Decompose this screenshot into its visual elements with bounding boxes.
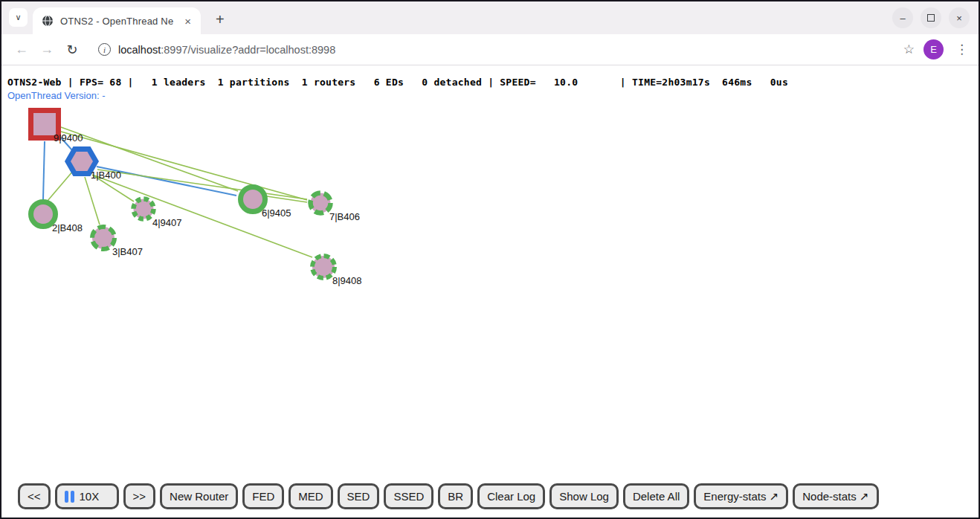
delete-all-button[interactable]: Delete All	[623, 483, 689, 509]
br-button[interactable]: BR	[438, 483, 473, 509]
node-child[interactable]	[92, 227, 115, 249]
simulator-toolbar: <<10X>>New RouterFEDMEDSEDSSEDBRClear Lo…	[18, 483, 879, 509]
button-label: BR	[448, 490, 463, 503]
node-label: 8|9408	[332, 275, 362, 286]
node-child[interactable]	[312, 256, 335, 278]
new-tab-button[interactable]: +	[211, 11, 229, 28]
link-green	[267, 196, 307, 202]
forward-button[interactable]: →	[34, 42, 59, 57]
button-label: Node-stats ↗	[802, 490, 868, 503]
button-label: <<	[28, 490, 41, 503]
clear-log-button[interactable]: Clear Log	[477, 483, 545, 509]
button-label: SED	[347, 490, 370, 503]
energy-stats-button[interactable]: Energy-stats ↗	[694, 483, 788, 509]
pause-icon	[65, 491, 74, 503]
button-label: >>	[133, 490, 146, 503]
speed-down-button[interactable]: <<	[18, 483, 51, 509]
profile-avatar[interactable]: E	[923, 39, 944, 59]
speed-up-button[interactable]: >>	[123, 483, 156, 509]
med-button[interactable]: MED	[288, 483, 332, 509]
button-label: Clear Log	[487, 490, 535, 503]
button-label: FED	[252, 490, 274, 503]
button-label: Energy-stats ↗	[703, 490, 778, 503]
page-info-icon[interactable]: i	[98, 43, 111, 56]
bookmark-star-icon[interactable]: ☆	[903, 42, 915, 57]
pause-speed-button[interactable]: 10X	[55, 483, 119, 509]
button-label: 10X	[80, 490, 100, 503]
back-button[interactable]: ←	[9, 42, 34, 57]
node-stats-button[interactable]: Node-stats ↗	[793, 483, 878, 509]
close-icon: ×	[956, 13, 962, 24]
openthread-version-link[interactable]: OpenThread Version: -	[7, 90, 106, 101]
new-router-button[interactable]: New Router	[160, 483, 238, 509]
button-label: Show Log	[559, 490, 609, 503]
node-label: 3|B407	[112, 246, 143, 257]
simulator-status-line: OTNS2-Web | FPS= 68 | 1 leaders 1 partit…	[7, 77, 788, 88]
show-log-button[interactable]: Show Log	[549, 483, 619, 509]
minimize-button[interactable]: –	[892, 7, 913, 28]
close-button[interactable]: ×	[949, 7, 970, 28]
window-controls: – ×	[892, 7, 970, 28]
fed-button[interactable]: FED	[242, 483, 284, 509]
node-label: 6|9405	[262, 207, 291, 219]
button-label: MED	[298, 490, 323, 503]
maximize-button[interactable]	[921, 7, 941, 28]
navigation-bar: ← → ↻ i localhost:8997/visualize?addr=lo…	[1, 34, 979, 65]
node-label: 1|B400	[91, 170, 121, 181]
node-child[interactable]	[134, 199, 154, 219]
sed-button[interactable]: SED	[338, 483, 380, 509]
tab-close-icon[interactable]: ×	[182, 15, 193, 28]
chevron-down-icon: ∨	[15, 13, 21, 22]
globe-favicon-icon	[42, 15, 54, 27]
node-label: 7|B406	[329, 211, 360, 222]
minimize-icon: –	[900, 13, 905, 24]
link-green	[97, 170, 307, 199]
browser-window: ∨ OTNS2 - OpenThread Ne × + – × ←	[0, 0, 980, 519]
maximize-icon	[927, 14, 935, 22]
tab-search-button[interactable]: ∨	[9, 8, 28, 27]
tab-title: OTNS2 - OpenThread Ne	[60, 16, 175, 27]
link-green	[61, 132, 307, 200]
link-blue	[43, 141, 45, 199]
tab-strip: ∨ OTNS2 - OpenThread Ne × + – ×	[1, 1, 979, 34]
node-label: 9|9400	[54, 132, 83, 144]
tab-otns2[interactable]: OTNS2 - OpenThread Ne ×	[33, 7, 201, 34]
button-label: Delete All	[633, 490, 680, 503]
reload-button[interactable]: ↻	[59, 42, 85, 58]
url-path: :8997/visualize?addr=localhost:8998	[161, 44, 335, 56]
browser-menu-icon[interactable]: ⋮	[952, 42, 971, 57]
url-text: localhost:8997/visualize?addr=localhost:…	[118, 44, 335, 56]
url-host: localhost	[118, 44, 161, 56]
address-bar[interactable]: i localhost:8997/visualize?addr=localhos…	[88, 37, 897, 62]
node-label: 2|B408	[52, 222, 83, 233]
link-green	[48, 170, 74, 201]
node-label: 4|9407	[152, 217, 182, 228]
link-green	[85, 177, 100, 225]
button-label: New Router	[170, 490, 228, 503]
button-label: SSED	[393, 490, 424, 503]
node-child[interactable]	[311, 193, 331, 213]
ssed-button[interactable]: SSED	[384, 483, 433, 509]
